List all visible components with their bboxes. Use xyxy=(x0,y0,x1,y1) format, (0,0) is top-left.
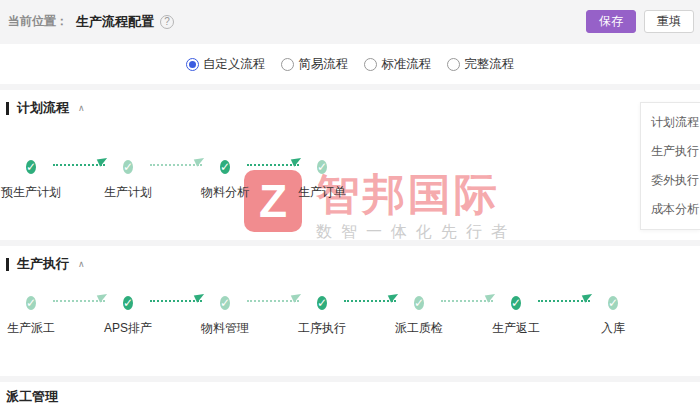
reset-button[interactable]: 重填 xyxy=(644,10,694,33)
radio-label: 完整流程 xyxy=(464,56,514,73)
radio-label: 自定义流程 xyxy=(203,56,266,73)
flow-step-label: 生产计划 xyxy=(96,184,160,201)
flow-step-label: APS排产 xyxy=(96,320,160,337)
section-title: 派工管理 xyxy=(6,388,58,405)
flow-step-label: 生产订单 xyxy=(290,184,354,201)
flow-step[interactable]: 物料管理 xyxy=(193,292,257,337)
flow-step[interactable]: APS排产 xyxy=(96,292,160,337)
check-circle-icon xyxy=(26,296,36,310)
flow-step-label: 物料分析 xyxy=(193,184,257,201)
flow-step-label: 物料管理 xyxy=(193,320,257,337)
flow-step-label: 入库 xyxy=(581,320,645,337)
nav-item-cost-analysis[interactable]: 成本分析 xyxy=(641,195,700,224)
page-title: 生产流程配置 xyxy=(76,13,154,31)
flow-type-card: 自定义流程 简易流程 标准流程 完整流程 xyxy=(0,44,700,84)
flow-step[interactable]: 入库 xyxy=(581,292,645,337)
check-circle-icon xyxy=(123,296,133,310)
flow-step-label: 生产派工 xyxy=(0,320,63,337)
flow-step[interactable]: 生产计划 xyxy=(96,156,160,201)
flow-step-label: 生产返工 xyxy=(484,320,548,337)
radio-icon xyxy=(364,58,377,71)
radio-simple-flow[interactable]: 简易流程 xyxy=(281,56,348,73)
flow-step-label: 工序执行 xyxy=(290,320,354,337)
section-plan-flow: 计划流程 预生产计划 生产计划 物料分析 生产订单 xyxy=(0,90,700,240)
radio-label: 标准流程 xyxy=(381,56,431,73)
breadcrumb-label: 当前位置： xyxy=(8,13,68,30)
radio-custom-flow[interactable]: 自定义流程 xyxy=(186,56,266,73)
section-header[interactable]: 派工管理 xyxy=(0,382,700,405)
flow-step[interactable]: 派工质检 xyxy=(387,292,451,337)
check-circle-icon xyxy=(220,160,230,174)
flow-step-label: 预生产计划 xyxy=(0,184,63,201)
flow-step[interactable]: 生产返工 xyxy=(484,292,548,337)
plan-flow-steps: 预生产计划 生产计划 物料分析 生产订单 xyxy=(0,90,700,240)
check-circle-icon xyxy=(414,296,424,310)
radio-complete-flow[interactable]: 完整流程 xyxy=(447,56,514,73)
flow-step-label: 派工质检 xyxy=(387,320,451,337)
radio-icon xyxy=(447,58,460,71)
check-circle-icon xyxy=(26,160,36,174)
nav-item-plan-flow[interactable]: 计划流程 xyxy=(641,108,700,137)
section-quick-nav: 计划流程 生产执行 委外执行 成本分析 xyxy=(640,102,700,230)
nav-item-outsourcing-execution[interactable]: 委外执行 xyxy=(641,166,700,195)
radio-icon xyxy=(281,58,294,71)
check-circle-icon xyxy=(123,160,133,174)
flow-step[interactable]: 预生产计划 xyxy=(0,156,63,201)
help-icon[interactable] xyxy=(160,15,174,29)
nav-item-production-execution[interactable]: 生产执行 xyxy=(641,137,700,166)
radio-standard-flow[interactable]: 标准流程 xyxy=(364,56,431,73)
flow-step[interactable]: 生产订单 xyxy=(290,156,354,201)
flow-step[interactable]: 物料分析 xyxy=(193,156,257,201)
radio-icon xyxy=(186,58,199,71)
flow-type-radio-group: 自定义流程 简易流程 标准流程 完整流程 xyxy=(0,44,700,84)
check-circle-icon xyxy=(317,160,327,174)
save-button[interactable]: 保存 xyxy=(586,10,636,33)
topbar: 当前位置： 生产流程配置 保存 重填 xyxy=(0,0,700,43)
check-circle-icon xyxy=(317,296,327,310)
execution-flow-steps: 生产派工 APS排产 物料管理 工序执行 派工质检 生产返工 入 xyxy=(0,246,700,376)
flow-step[interactable]: 工序执行 xyxy=(290,292,354,337)
check-circle-icon xyxy=(511,296,521,310)
check-circle-icon xyxy=(608,296,618,310)
section-production-execution: 生产执行 生产派工 APS排产 物料管理 工序执行 派工质检 xyxy=(0,246,700,376)
flow-step[interactable]: 生产派工 xyxy=(0,292,63,337)
check-circle-icon xyxy=(220,296,230,310)
radio-label: 简易流程 xyxy=(298,56,348,73)
section-dispatch-management: 派工管理 xyxy=(0,382,700,405)
